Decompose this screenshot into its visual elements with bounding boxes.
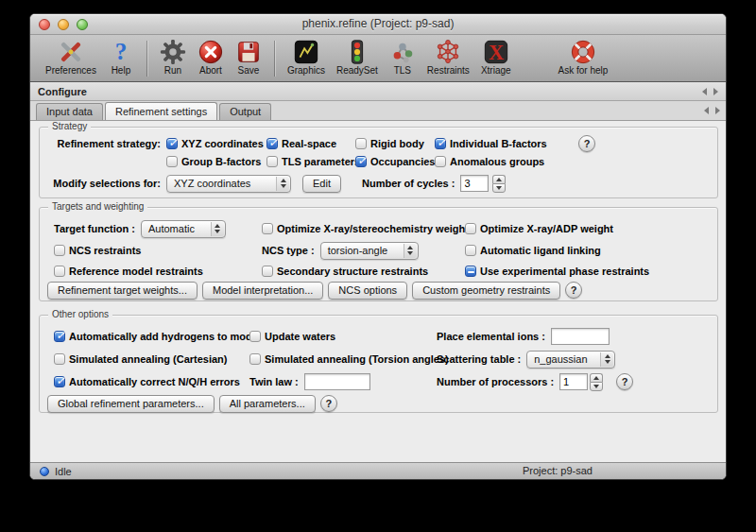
custom-geometry-restraints-button[interactable]: Custom geometry restraints <box>412 282 560 300</box>
configure-nav-right-icon[interactable] <box>713 88 718 95</box>
checkbox-use-experimental-phase-restraints[interactable]: Use experimental phase restraints <box>465 266 649 277</box>
model-interpretation-button[interactable]: Model interpretation... <box>202 282 323 300</box>
targets-buttons-row: Refinement target weights... Model inter… <box>40 281 717 300</box>
checkbox-label: XYZ coordinates <box>181 138 264 149</box>
refinement-strategy-label: Refinement strategy: <box>45 138 161 149</box>
tab-nav-right-icon[interactable] <box>715 107 720 114</box>
edit-button[interactable]: Edit <box>302 175 341 193</box>
ncs-type-select[interactable]: torsion-angle <box>320 242 419 260</box>
toolbar-button-graphics[interactable]: Graphics <box>282 38 331 76</box>
window-title: phenix.refine (Project: p9-sad) <box>30 14 726 34</box>
configure-nav-arrows <box>702 88 718 95</box>
tab-refinement-settings[interactable]: Refinement settings <box>105 102 217 120</box>
place-elemental-ions-input[interactable] <box>551 328 610 345</box>
toolbar-button-xtriage[interactable]: X Xtriage <box>475 38 517 76</box>
strategy-help-button[interactable]: ? <box>578 135 595 152</box>
toolbar-label: Xtriage <box>481 65 511 76</box>
number-of-processors-stepper[interactable] <box>590 373 603 391</box>
stepper-down-icon[interactable] <box>492 183 506 193</box>
tab-input-data[interactable]: Input data <box>36 103 103 120</box>
number-of-processors-label: Number of processors : <box>437 376 554 387</box>
refinement-target-weights-button[interactable]: Refinement target weights... <box>47 282 198 300</box>
app-window: phenix.refine (Project: p9-sad) Preferen… <box>29 13 727 480</box>
checkbox-xyz-coordinates[interactable]: XYZ coordinates <box>166 138 264 149</box>
title-bar[interactable]: phenix.refine (Project: p9-sad) <box>30 14 726 35</box>
toolbar-button-tls[interactable]: TLS <box>384 38 421 76</box>
number-of-processors-input[interactable] <box>559 373 588 390</box>
toolbar-button-help[interactable]: ? Help <box>102 38 140 76</box>
checkbox-box-icon <box>54 331 65 342</box>
other-row-3: Automatically correct N/Q/H errors Twin … <box>40 373 717 390</box>
toolbar-button-save[interactable]: Save <box>230 38 267 76</box>
targets-help-button[interactable]: ? <box>565 282 582 299</box>
checkbox-anomalous-groups[interactable]: Anomalous groups <box>435 156 544 167</box>
toolbar-button-readyset[interactable]: ReadySet <box>331 38 384 76</box>
checkbox-rigid-body[interactable]: Rigid body <box>355 138 424 149</box>
other-row-1: Automatically add hydrogens to model Upd… <box>40 328 717 345</box>
other-options-group: Other options Automatically add hydrogen… <box>39 315 718 413</box>
toolbar-label: Abort <box>199 65 222 76</box>
target-function-select[interactable]: Automatic <box>141 220 226 238</box>
stepper-up-icon[interactable] <box>590 373 603 382</box>
checkbox-update-waters[interactable]: Update waters <box>249 331 335 342</box>
toolbar-button-ask-for-help[interactable]: Ask for help <box>553 38 614 76</box>
strategy-row-2: Group B-factors TLS parameters Occupanci… <box>40 153 717 170</box>
twin-law-input[interactable] <box>304 373 370 390</box>
checkbox-box-icon <box>166 156 178 167</box>
checkbox-secondary-structure-restraints[interactable]: Secondary structure restraints <box>262 266 428 277</box>
save-icon <box>235 38 262 65</box>
checkbox-optimize-xray-adp-weight[interactable]: Optimize X-ray/ADP weight <box>465 223 613 234</box>
toolbar-button-restraints[interactable]: Restraints <box>421 38 475 76</box>
all-parameters-button[interactable]: All parameters... <box>219 395 316 413</box>
number-of-cycles-stepper[interactable] <box>492 175 506 193</box>
xtriage-icon: X <box>483 38 509 65</box>
checkbox-box-icon <box>249 331 261 342</box>
toolbar-label: Help <box>112 65 131 76</box>
checkbox-optimize-xray-stereochemistry-weight[interactable]: Optimize X-ray/stereochemistry weight <box>262 223 469 234</box>
twin-law-label: Twin law : <box>249 376 299 387</box>
checkbox-occupancies[interactable]: Occupancies <box>355 156 435 167</box>
stepper-down-icon[interactable] <box>590 382 603 391</box>
combo-value: torsion-angle <box>328 245 388 256</box>
tab-nav-left-icon[interactable] <box>704 107 709 114</box>
checkbox-simulated-annealing-cartesian[interactable]: Simulated annealing (Cartesian) <box>54 353 227 365</box>
graphics-icon <box>293 38 319 65</box>
combo-arrows-icon <box>404 244 417 258</box>
global-refinement-parameters-button[interactable]: Global refinement parameters... <box>47 395 215 413</box>
checkbox-box-icon <box>54 353 65 365</box>
targets-row-2: NCS restraints NCS type : torsion-angle … <box>40 242 717 259</box>
checkbox-automatic-ligand-linking[interactable]: Automatic ligand linking <box>465 245 601 256</box>
checkbox-tls-parameters[interactable]: TLS parameters <box>266 156 360 167</box>
toolbar-label: Ask for help <box>558 65 609 76</box>
traffic-light-icon <box>344 38 370 65</box>
tab-output[interactable]: Output <box>219 103 271 120</box>
checkbox-automatically-add-hydrogens[interactable]: Automatically add hydrogens to model <box>54 331 261 342</box>
scattering-table-select[interactable]: n_gaussian <box>526 351 615 369</box>
toolbar-button-run[interactable]: Run <box>154 38 192 76</box>
toolbar-label: Save <box>238 65 260 76</box>
stepper-up-icon[interactable] <box>492 175 506 183</box>
checkbox-box-icon <box>262 266 273 277</box>
configure-bar: Configure <box>30 82 726 101</box>
configure-nav-left-icon[interactable] <box>702 88 707 95</box>
checkbox-simulated-annealing-torsion[interactable]: Simulated annealing (Torsion angles) <box>249 353 449 365</box>
status-indicator-icon <box>40 467 49 476</box>
other-help-button[interactable]: ? <box>320 395 337 412</box>
toolbar-label: Run <box>164 65 181 76</box>
checkbox-ncs-restraints[interactable]: NCS restraints <box>54 245 141 256</box>
checkbox-reference-model-restraints[interactable]: Reference model restraints <box>54 266 203 277</box>
modify-selections-select[interactable]: XYZ coordinates <box>166 175 291 193</box>
svg-text:?: ? <box>115 39 128 64</box>
checkbox-individual-b-factors[interactable]: Individual B-factors <box>435 138 547 149</box>
toolbar-button-abort[interactable]: Abort <box>192 38 230 76</box>
checkbox-automatically-correct-nqh[interactable]: Automatically correct N/Q/H errors <box>54 376 240 387</box>
processors-help-button[interactable]: ? <box>616 373 633 390</box>
ncs-options-button[interactable]: NCS options <box>328 282 407 300</box>
checkbox-real-space[interactable]: Real-space <box>266 138 336 149</box>
checkbox-label: Secondary structure restraints <box>277 266 428 277</box>
checkbox-group-b-factors[interactable]: Group B-factors <box>166 156 261 167</box>
checkbox-label: Occupancies <box>370 156 435 167</box>
checkbox-box-icon <box>166 138 178 149</box>
number-of-cycles-input[interactable] <box>460 175 489 192</box>
toolbar-button-preferences[interactable]: Preferences <box>40 38 102 76</box>
